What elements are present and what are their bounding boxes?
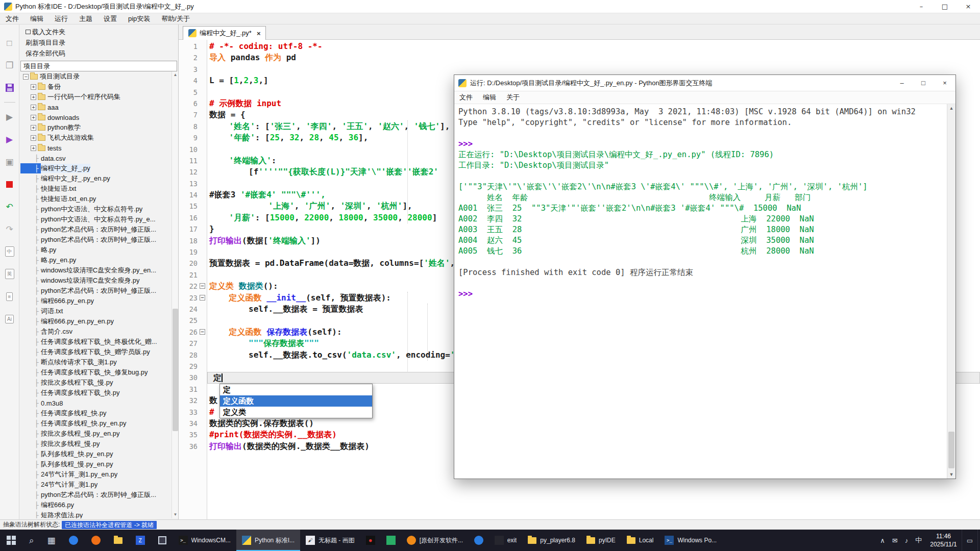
task-paint[interactable]: 🖌无标题 - 画图 — [300, 530, 360, 551]
start-button[interactable] — [0, 530, 22, 551]
tree-item[interactable]: +飞机大战游戏集 — [20, 133, 172, 143]
tree-item[interactable]: ├任务调度多线程下载_快_赠学员版.py — [20, 347, 172, 357]
fold-collapse-icon[interactable]: − — [200, 295, 205, 300]
task-windowscm[interactable]: >_WindowsCM... — [173, 530, 236, 551]
tree-item[interactable]: ├windows垃圾清理C盘安全瘦身.py — [20, 276, 172, 286]
pinned-z-app-button[interactable]: Z — [129, 530, 152, 551]
code-line[interactable]: 2导入 pandas 作为 pd — [179, 52, 980, 63]
tree-item[interactable]: ├任务调度多线程下载_快.py — [20, 388, 172, 398]
scroll-down-icon[interactable]: ▼ — [947, 470, 955, 479]
tree-item[interactable]: ├编程666.py_en.py_en.py — [20, 316, 172, 327]
tree-item[interactable]: +一行代码一个程序代码集 — [20, 92, 172, 102]
tree-item[interactable]: +备份 — [20, 82, 172, 92]
tree-item[interactable]: ├含简介.csv — [20, 327, 172, 337]
undo-button[interactable]: ↶ — [0, 195, 19, 218]
pinned-browser-button[interactable] — [62, 530, 85, 551]
menu-pip安装[interactable]: pip安装 — [122, 13, 156, 24]
new-file-button[interactable]: □ — [0, 32, 19, 54]
console-close-button[interactable]: × — [934, 75, 955, 91]
task-local-folder[interactable]: Local — [621, 530, 659, 551]
console-maximize-button[interactable]: □ — [913, 75, 934, 91]
tab-close-icon[interactable]: × — [257, 30, 261, 37]
maximize-button[interactable]: □ — [933, 0, 957, 13]
tree-item[interactable]: ├python艺术品代码：农历时钟_修正版... — [20, 235, 172, 245]
fold-collapse-icon[interactable]: − — [200, 329, 205, 335]
tree-item[interactable]: ├24节气计算_测1.py_en.py — [20, 469, 172, 480]
script-check-button[interactable]: ▣ — [0, 151, 19, 173]
tree-item[interactable]: ├编程中文_好_.py_en.py — [20, 173, 172, 184]
menu-帮助/关于[interactable]: 帮助/关于 — [156, 13, 195, 24]
tree-item[interactable]: ├python中文语法、中文标点符号.py_e... — [20, 214, 172, 224]
tree-item[interactable]: ├python艺术品代码：农历时钟_修正版... — [20, 286, 172, 296]
sidebar-action[interactable]: 载入文件夹 — [26, 27, 178, 37]
tree-item[interactable]: ├略.py — [20, 245, 172, 255]
scroll-up-icon[interactable]: ▲ — [947, 104, 955, 112]
chevron-up-icon[interactable]: ∧ — [876, 537, 889, 544]
tree-item[interactable]: ├任务调度多线程下载_快_修复bug.py — [20, 367, 172, 378]
console-scrollbar[interactable]: ▲ ▼ — [947, 104, 955, 479]
console-scroll-thumb[interactable] — [948, 432, 954, 468]
scroll-up-icon[interactable]: ▲ — [172, 71, 179, 79]
task-blue-browser[interactable] — [469, 530, 489, 551]
console-menu-关于[interactable]: 关于 — [501, 93, 525, 102]
taskbar-clock[interactable]: 11:46 2025/11/1 — [925, 532, 962, 548]
menu-运行[interactable]: 运行 — [49, 13, 74, 24]
menu-文件[interactable]: 文件 — [0, 13, 24, 24]
ime-chinese-icon[interactable]: 中 — [912, 536, 925, 545]
task-view-button[interactable]: ▦ — [41, 530, 62, 551]
expand-icon[interactable]: + — [31, 135, 36, 141]
tree-item[interactable]: +python教学 — [20, 122, 172, 133]
tree-item[interactable]: ├编程666.py — [20, 500, 172, 510]
tree-item[interactable]: ├windows垃圾清理C盘安全瘦身.py_en... — [20, 265, 172, 276]
tree-item[interactable]: ├任务调度多线程_快.py — [20, 408, 172, 418]
tree-item[interactable]: ├任务调度多线程_快.py_en.py — [20, 418, 172, 429]
pinned-explorer-button[interactable] — [107, 530, 129, 551]
tree-item[interactable]: ├按批次多线程_慢.py — [20, 439, 172, 449]
snippet-list-button[interactable]: ≡ — [0, 285, 19, 308]
search-button[interactable]: ⌕ — [22, 530, 41, 551]
collapse-icon[interactable]: − — [23, 74, 29, 80]
tree-item[interactable]: ├按批次多线程_慢.py_en.py — [20, 429, 172, 439]
tree-item[interactable]: +aaa — [20, 102, 172, 112]
autocomplete-item[interactable]: 定义函数 — [220, 395, 372, 407]
tree-item[interactable]: ├断点续传请求下载_测1.py — [20, 357, 172, 367]
expand-icon[interactable]: + — [31, 145, 36, 151]
tree-item[interactable]: ├0.m3u8 — [20, 398, 172, 408]
tree-item[interactable]: ├python中文语法、中文标点符号.py — [20, 204, 172, 214]
tree-item[interactable]: ├python艺术品代码：农历时钟_修正版... — [20, 490, 172, 500]
autocomplete-item[interactable]: 定 — [220, 384, 372, 395]
speaker-icon[interactable]: ♪ — [901, 537, 912, 544]
pinned-image-app-button[interactable] — [152, 530, 173, 551]
tree-item[interactable]: +tests — [20, 143, 172, 153]
tree-item[interactable]: ├略.py_en.py — [20, 255, 172, 265]
scroll-down-icon[interactable]: ▼ — [172, 511, 179, 518]
sidebar-scrollbar[interactable]: ▲ ▼ — [172, 71, 178, 518]
expand-icon[interactable]: + — [31, 84, 36, 90]
menu-编辑[interactable]: 编辑 — [24, 13, 49, 24]
task-exit[interactable]: exit — [489, 530, 523, 551]
ai-button[interactable]: Ai — [0, 308, 19, 330]
tree-item[interactable]: ├data.csv — [20, 153, 172, 163]
fold-collapse-icon[interactable]: − — [200, 283, 205, 289]
expand-icon[interactable]: + — [31, 125, 36, 131]
task-py-player[interactable]: py_player6.8 — [522, 530, 581, 551]
code-line[interactable]: 3 — [179, 64, 980, 75]
task-media-app[interactable]: ● — [360, 530, 381, 551]
tree-item[interactable]: ├队列多线程_慢.py_en.py — [20, 459, 172, 469]
chinese-mode-button[interactable]: 中 — [0, 240, 19, 263]
redo-button[interactable]: ↷ — [0, 218, 19, 240]
tree-item[interactable]: ├任务调度多线程下载_快_终极优化_赠... — [20, 337, 172, 347]
sidebar-scroll-thumb[interactable] — [173, 309, 178, 431]
tree-item[interactable]: +downloads — [20, 112, 172, 122]
notification-center-icon[interactable]: ▭ — [962, 530, 977, 551]
expand-icon[interactable]: + — [31, 105, 36, 110]
console-output[interactable]: Python 3.8.10 (tags/v3.8.10:3d8993a, May… — [454, 104, 947, 479]
tree-item[interactable]: −项目测试目录 — [20, 71, 172, 82]
console-menu-编辑[interactable]: 编辑 — [478, 93, 501, 102]
run-alt-button[interactable]: ▶ — [0, 128, 19, 151]
task-pyide-folder[interactable]: pyIDE — [581, 530, 621, 551]
save-button[interactable] — [0, 77, 19, 99]
expand-icon[interactable]: + — [31, 94, 36, 100]
tab-current-file[interactable]: 编程中文_好_.py* × — [183, 26, 266, 40]
window-copy-button[interactable]: ❐ — [0, 54, 19, 77]
